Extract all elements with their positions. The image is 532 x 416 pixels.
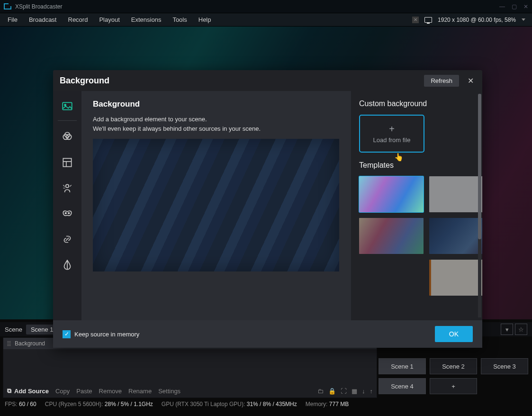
grid-icon[interactable]: ▦ (352, 388, 357, 395)
templates-heading: Templates (359, 161, 472, 170)
keep-in-memory-checkbox[interactable]: ✓ (63, 330, 71, 338)
cursor-pointer-icon: 👆 (394, 153, 404, 162)
close-preview-icon[interactable]: ✕ (412, 17, 419, 23)
section-desc-2: We'll even keep it always behind other s… (93, 125, 261, 132)
source-copy-button[interactable]: Copy (55, 388, 70, 395)
monitor-icon (424, 17, 432, 23)
dialog-main: Background Add a background element to y… (81, 91, 352, 320)
dialog-header: Background Refresh ✕ (53, 70, 482, 91)
image-icon (61, 100, 73, 112)
source-rename-button[interactable]: Rename (128, 388, 152, 395)
source-settings-button[interactable]: Settings (158, 388, 180, 395)
sidebar-item-color[interactable] (55, 253, 80, 277)
venn-icon (61, 131, 73, 143)
drag-handle-icon[interactable] (7, 341, 11, 346)
sidebar-item-background[interactable] (55, 94, 80, 118)
menu-extensions[interactable]: Extensions (126, 14, 167, 25)
sidebar-item-link[interactable] (55, 227, 80, 252)
custom-bg-heading: Custom background (359, 99, 472, 108)
scene-dropdown-icon[interactable]: ▾ (501, 324, 513, 335)
menu-playout[interactable]: Playout (93, 14, 125, 25)
window-minimize-icon[interactable]: — (499, 3, 505, 10)
menubar: File Broadcast Record Playout Extensions… (0, 13, 532, 27)
plus-icon: + (389, 124, 395, 134)
move-up-icon[interactable]: ↑ (370, 388, 373, 395)
keep-in-memory-label: Keep source in memory (74, 331, 139, 338)
mask-icon (61, 208, 73, 220)
window-close-icon[interactable]: ✕ (523, 3, 528, 10)
app-title: XSplit Broadcaster (15, 3, 62, 10)
titlebar: XSplit Broadcaster — ▢ ✕ (0, 0, 532, 13)
mem-value: 777 MB (329, 401, 349, 407)
ok-button[interactable]: OK (435, 326, 473, 342)
scene-add-button[interactable]: + (430, 378, 477, 394)
window-maximize-icon[interactable]: ▢ (512, 3, 517, 10)
source-remove-button[interactable]: Remove (99, 388, 122, 395)
fps-value: 60 / 60 (19, 401, 36, 407)
refresh-button[interactable]: Refresh (424, 75, 459, 87)
template-thumb-5[interactable] (429, 260, 482, 296)
add-source-button[interactable]: ⧉Add Source (7, 387, 49, 395)
svg-point-8 (68, 213, 70, 214)
plus-box-icon: ⧉ (7, 387, 11, 395)
svg-rect-0 (63, 102, 72, 109)
chevron-down-icon[interactable] (522, 18, 525, 21)
load-from-file-button[interactable]: + Load from file (359, 115, 424, 153)
link-icon (61, 233, 73, 245)
template-thumb-3[interactable] (359, 218, 424, 254)
load-from-file-label: Load from file (373, 136, 411, 144)
background-dialog: Background Refresh ✕ (53, 70, 482, 348)
dialog-sidebar (53, 91, 81, 320)
output-status[interactable]: 1920 x 1080 @ 60.00 fps, 58% (438, 17, 516, 23)
svg-point-7 (65, 213, 66, 214)
gpu-value: 31% / 8% / 435MHz (247, 401, 297, 407)
folder-icon[interactable]: 🗀 (317, 388, 324, 395)
lock-toolbar-icon[interactable]: 🔒 (328, 388, 336, 395)
menu-file[interactable]: File (2, 14, 23, 25)
layout-icon (61, 156, 73, 169)
scene-label: Scene (5, 326, 22, 333)
source-name: Background (15, 340, 45, 347)
scene-button-1[interactable]: Scene 1 (379, 358, 426, 374)
person-motion-icon (61, 182, 73, 194)
sidebar-item-layout[interactable] (55, 150, 80, 175)
scene-button-3[interactable]: Scene 3 (481, 358, 528, 374)
expand-icon[interactable]: ⛶ (341, 388, 347, 395)
scene-button-2[interactable]: Scene 2 (430, 358, 477, 374)
move-down-icon[interactable]: ↓ (362, 388, 365, 395)
scene-button-4[interactable]: Scene 4 (379, 378, 426, 394)
menu-tools[interactable]: Tools (167, 14, 192, 25)
section-heading: Background (93, 99, 340, 109)
fps-label: FPS: (5, 401, 18, 407)
sidebar-item-person[interactable] (55, 176, 80, 200)
sidebar-item-mask[interactable] (55, 201, 80, 226)
svg-point-6 (66, 184, 69, 188)
template-thumb-2[interactable] (429, 176, 482, 212)
template-thumb-4[interactable] (429, 218, 482, 254)
status-bar: FPS: 60 / 60 CPU (Ryzen 5 5600H): 28% / … (0, 399, 532, 409)
scene-grid: Scene 1 Scene 2 Scene 3 Scene 4 + (379, 358, 528, 394)
cpu-value: 28% / 5% / 1.1GHz (105, 401, 153, 407)
cpu-label: CPU (Ryzen 5 5600H): (45, 401, 103, 407)
sidebar-item-filters[interactable] (55, 125, 80, 149)
close-dialog-icon[interactable]: ✕ (466, 75, 476, 86)
scene-favorite-icon[interactable]: ☆ (515, 324, 527, 335)
dialog-right-panel: Custom background + Load from file 👆 Tem… (352, 91, 482, 320)
dialog-footer: ✓ Keep source in memory OK (53, 320, 482, 348)
menu-broadcast[interactable]: Broadcast (23, 14, 63, 25)
templates-grid (359, 176, 472, 296)
gpu-label: GPU (RTX 3050 Ti Laptop GPU): (162, 401, 245, 407)
template-thumb-1[interactable] (359, 176, 424, 212)
menu-help[interactable]: Help (193, 14, 217, 25)
mem-label: Memory: (306, 401, 328, 407)
section-desc-1: Add a background element to your scene. (93, 116, 207, 123)
sources-toolbar: ⧉Add Source Copy Paste Remove Rename Set… (3, 384, 377, 398)
svg-rect-5 (63, 158, 71, 166)
dialog-title: Background (60, 76, 109, 86)
scrollbar[interactable] (478, 94, 481, 317)
source-paste-button[interactable]: Paste (76, 388, 92, 395)
app-logo-icon (4, 3, 11, 9)
background-preview (93, 139, 339, 271)
droplet-icon (61, 259, 73, 271)
menu-record[interactable]: Record (63, 14, 94, 25)
